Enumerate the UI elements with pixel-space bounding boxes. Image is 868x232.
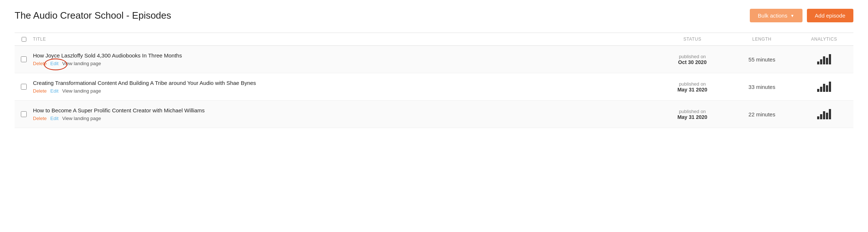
bulk-actions-label: Bulk actions	[758, 12, 787, 19]
add-episode-button[interactable]: Add episode	[807, 9, 853, 22]
row-checkbox-cell	[15, 56, 33, 62]
header-analytics: ANALYTICS	[795, 37, 853, 42]
bar	[817, 116, 819, 119]
bar	[829, 82, 831, 92]
episodes-table: TITLE STATUS LENGTH ANALYTICS How Joyce …	[15, 33, 853, 128]
bar	[817, 61, 819, 64]
bar	[826, 58, 828, 64]
delete-link[interactable]: Delete	[33, 88, 47, 94]
row-checkbox[interactable]	[21, 56, 27, 62]
select-all-checkbox[interactable]	[22, 37, 26, 42]
view-landing-page-link[interactable]: View landing page	[62, 116, 101, 121]
table-row: How Joyce Laszloffy Sold 4,300 Audiobook…	[15, 46, 853, 73]
row-checkbox[interactable]	[21, 84, 27, 90]
bar	[823, 111, 825, 119]
episode-actions: Delete Edit View landing page	[33, 88, 656, 94]
length-cell: 55 minutes	[729, 56, 795, 63]
header-row: The Audio Creator School - Episodes Bulk…	[15, 9, 853, 22]
bar	[823, 84, 825, 92]
episode-title: How Joyce Laszloffy Sold 4,300 Audiobook…	[33, 52, 656, 59]
header-length: LENGTH	[729, 37, 795, 42]
analytics-cell	[795, 54, 853, 64]
bar	[829, 54, 831, 64]
bulk-actions-button[interactable]: Bulk actions ▼	[750, 9, 802, 22]
bar	[820, 114, 822, 119]
status-label: published on	[656, 54, 729, 59]
table-header: TITLE STATUS LENGTH ANALYTICS	[15, 33, 853, 46]
row-checkbox-cell	[15, 84, 33, 90]
bar	[820, 87, 822, 92]
episodes-body: How Joyce Laszloffy Sold 4,300 Audiobook…	[15, 46, 853, 128]
edit-link[interactable]: Edit	[50, 116, 59, 121]
analytics-cell	[795, 82, 853, 92]
episode-title: Creating Transformational Content And Bu…	[33, 80, 656, 86]
length-cell: 33 minutes	[729, 84, 795, 90]
status-cell: published on Oct 30 2020	[656, 54, 729, 65]
delete-link[interactable]: Delete	[33, 61, 47, 66]
table-row: Creating Transformational Content And Bu…	[15, 73, 853, 101]
bar	[817, 89, 819, 92]
analytics-chart-icon[interactable]	[817, 109, 831, 119]
dropdown-arrow-icon: ▼	[790, 14, 794, 18]
header-title: TITLE	[33, 37, 656, 42]
bar	[826, 113, 828, 119]
page-container: The Audio Creator School - Episodes Bulk…	[0, 0, 868, 137]
table-row: How to Become A Super Prolific Content C…	[15, 101, 853, 128]
length-cell: 22 minutes	[729, 111, 795, 117]
page-title: The Audio Creator School - Episodes	[15, 10, 171, 21]
analytics-chart-icon[interactable]	[817, 82, 831, 92]
bar	[826, 85, 828, 92]
episode-actions: Delete Edit View landing page	[33, 116, 656, 121]
header-checkbox-cell	[15, 37, 33, 42]
title-cell: How Joyce Laszloffy Sold 4,300 Audiobook…	[33, 52, 656, 66]
header-buttons: Bulk actions ▼ Add episode	[750, 9, 853, 22]
analytics-chart-icon[interactable]	[817, 54, 831, 64]
bar	[829, 109, 831, 119]
bar	[820, 59, 822, 64]
status-date: May 31 2020	[656, 114, 729, 120]
view-landing-page-link[interactable]: View landing page	[62, 61, 101, 66]
status-cell: published on May 31 2020	[656, 81, 729, 93]
status-date: Oct 30 2020	[656, 59, 729, 65]
title-cell: Creating Transformational Content And Bu…	[33, 80, 656, 94]
bar	[823, 56, 825, 64]
title-cell: How to Become A Super Prolific Content C…	[33, 107, 656, 121]
row-checkbox[interactable]	[21, 111, 27, 117]
header-status: STATUS	[656, 37, 729, 42]
episode-title: How to Become A Super Prolific Content C…	[33, 107, 656, 113]
delete-link[interactable]: Delete	[33, 116, 47, 121]
edit-link[interactable]: Edit	[50, 88, 59, 94]
view-landing-page-link[interactable]: View landing page	[62, 88, 101, 94]
analytics-cell	[795, 109, 853, 119]
edit-link[interactable]: Edit	[50, 61, 59, 66]
status-cell: published on May 31 2020	[656, 109, 729, 120]
row-checkbox-cell	[15, 111, 33, 117]
status-label: published on	[656, 81, 729, 87]
status-date: May 31 2020	[656, 87, 729, 93]
status-label: published on	[656, 109, 729, 114]
episode-actions: Delete Edit View landing page	[33, 61, 656, 66]
